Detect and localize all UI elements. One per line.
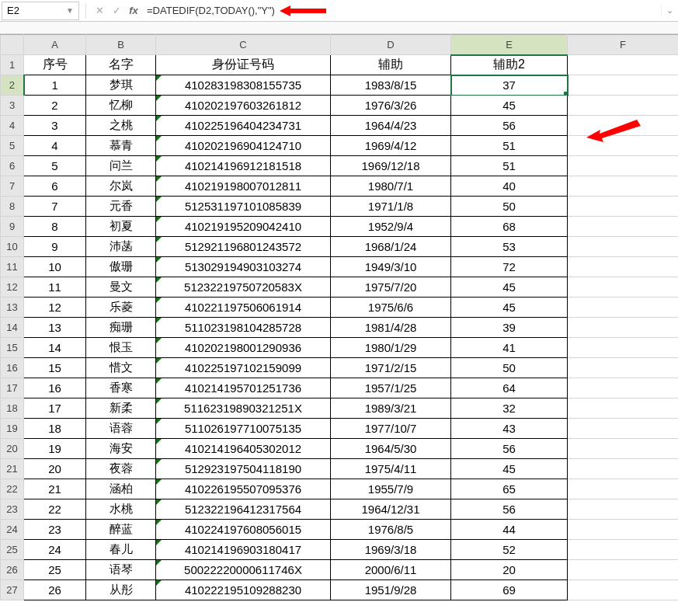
cell[interactable]: 410202196904124710 [156, 136, 331, 156]
row-header[interactable]: 20 [1, 439, 24, 459]
formula-input[interactable]: =DATEDIF(D2,TODAY(),"Y") [142, 5, 661, 17]
cell[interactable]: 8 [24, 217, 86, 237]
cell[interactable]: 痴珊 [86, 318, 156, 338]
row-header[interactable]: 25 [1, 540, 24, 560]
confirm-icon[interactable]: ✓ [108, 5, 125, 16]
cell[interactable]: 从彤 [86, 580, 156, 600]
cell[interactable]: 春儿 [86, 540, 156, 560]
cell[interactable]: 1 [24, 75, 86, 96]
cell[interactable]: 沛菡 [86, 237, 156, 257]
cell[interactable]: 序号 [24, 55, 86, 75]
cell[interactable] [568, 237, 679, 257]
cell[interactable]: 51232219750720583X [156, 277, 331, 298]
cell[interactable]: 惜文 [86, 358, 156, 378]
cell[interactable]: 410214196903180417 [156, 540, 331, 560]
cell[interactable]: 51 [451, 136, 568, 156]
cell[interactable] [568, 96, 679, 116]
cell[interactable] [568, 75, 679, 96]
cell[interactable]: 9 [24, 237, 86, 257]
col-header-f[interactable]: F [568, 35, 679, 55]
cell[interactable]: 72 [451, 257, 568, 277]
cell[interactable]: 410202198001290936 [156, 338, 331, 358]
row-header[interactable]: 27 [1, 580, 24, 600]
cancel-icon[interactable]: ✕ [91, 5, 108, 16]
cell[interactable]: 50 [451, 358, 568, 378]
cell[interactable]: 水桃 [86, 499, 156, 520]
cell[interactable] [568, 419, 679, 439]
cell[interactable]: 1957/1/25 [331, 378, 451, 398]
cell[interactable]: 410219195209042410 [156, 217, 331, 237]
col-header-b[interactable]: B [86, 35, 156, 55]
cell[interactable] [568, 560, 679, 580]
cell[interactable]: 13 [24, 318, 86, 338]
cell[interactable]: 45 [451, 277, 568, 298]
cell[interactable] [568, 156, 679, 176]
cell[interactable] [568, 540, 679, 560]
row-header[interactable]: 18 [1, 398, 24, 419]
cell[interactable]: 410226195507095376 [156, 479, 331, 499]
row-header[interactable]: 15 [1, 338, 24, 358]
row-header[interactable]: 10 [1, 237, 24, 257]
cell[interactable]: 512921196801243572 [156, 237, 331, 257]
cell[interactable] [568, 277, 679, 298]
cell[interactable]: 1964/12/31 [331, 499, 451, 520]
cell[interactable]: 410219198007012811 [156, 176, 331, 197]
row-header[interactable]: 1 [1, 55, 24, 75]
select-all-corner[interactable] [1, 35, 24, 55]
row-header[interactable]: 3 [1, 96, 24, 116]
cell[interactable]: 56 [451, 439, 568, 459]
expand-formula-bar-icon[interactable]: ⌄ [661, 5, 678, 16]
row-header[interactable]: 6 [1, 156, 24, 176]
cell[interactable]: 64 [451, 378, 568, 398]
row-header[interactable]: 17 [1, 378, 24, 398]
cell[interactable]: 1955/7/9 [331, 479, 451, 499]
cell[interactable]: 24 [24, 540, 86, 560]
row-header[interactable]: 7 [1, 176, 24, 197]
cell[interactable]: 1964/5/30 [331, 439, 451, 459]
cell[interactable]: 10 [24, 257, 86, 277]
cell[interactable]: 43 [451, 419, 568, 439]
fx-icon[interactable]: fx [125, 5, 142, 16]
cell[interactable]: 1977/10/7 [331, 419, 451, 439]
cell[interactable]: 问兰 [86, 156, 156, 176]
row-header[interactable]: 24 [1, 520, 24, 540]
cell[interactable]: 511026197710075135 [156, 419, 331, 439]
cell[interactable]: 23 [24, 520, 86, 540]
cell[interactable]: 44 [451, 520, 568, 540]
cell[interactable]: 12 [24, 298, 86, 318]
cell[interactable]: 语琴 [86, 560, 156, 580]
row-header[interactable]: 22 [1, 479, 24, 499]
cell[interactable]: 1971/2/15 [331, 358, 451, 378]
cell[interactable]: 1969/3/18 [331, 540, 451, 560]
cell[interactable] [568, 136, 679, 156]
cell[interactable]: 20 [451, 560, 568, 580]
row-header[interactable]: 16 [1, 358, 24, 378]
row-header[interactable]: 5 [1, 136, 24, 156]
col-header-e[interactable]: E [451, 35, 568, 55]
row-header[interactable]: 9 [1, 217, 24, 237]
cell[interactable] [568, 116, 679, 136]
cell[interactable] [568, 338, 679, 358]
cell[interactable] [568, 580, 679, 600]
cell[interactable]: 1976/8/5 [331, 520, 451, 540]
cell[interactable]: 之桃 [86, 116, 156, 136]
col-header-a[interactable]: A [24, 35, 86, 55]
row-header[interactable]: 12 [1, 277, 24, 298]
cell[interactable]: 1969/12/18 [331, 156, 451, 176]
cell[interactable]: 19 [24, 439, 86, 459]
row-header[interactable]: 8 [1, 197, 24, 217]
cell[interactable]: 1968/1/24 [331, 237, 451, 257]
cell[interactable]: 39 [451, 318, 568, 338]
cell[interactable]: 1951/9/28 [331, 580, 451, 600]
cell[interactable]: 18 [24, 419, 86, 439]
row-header[interactable]: 26 [1, 560, 24, 580]
cell[interactable]: 410222195109288230 [156, 580, 331, 600]
cell[interactable]: 1975/6/6 [331, 298, 451, 318]
cell[interactable]: 56 [451, 499, 568, 520]
cell[interactable] [568, 217, 679, 237]
cell[interactable]: 512322196412317564 [156, 499, 331, 520]
cell[interactable]: 15 [24, 358, 86, 378]
cell[interactable]: 51 [451, 156, 568, 176]
cell[interactable]: 1964/4/23 [331, 116, 451, 136]
cell[interactable]: 26 [24, 580, 86, 600]
